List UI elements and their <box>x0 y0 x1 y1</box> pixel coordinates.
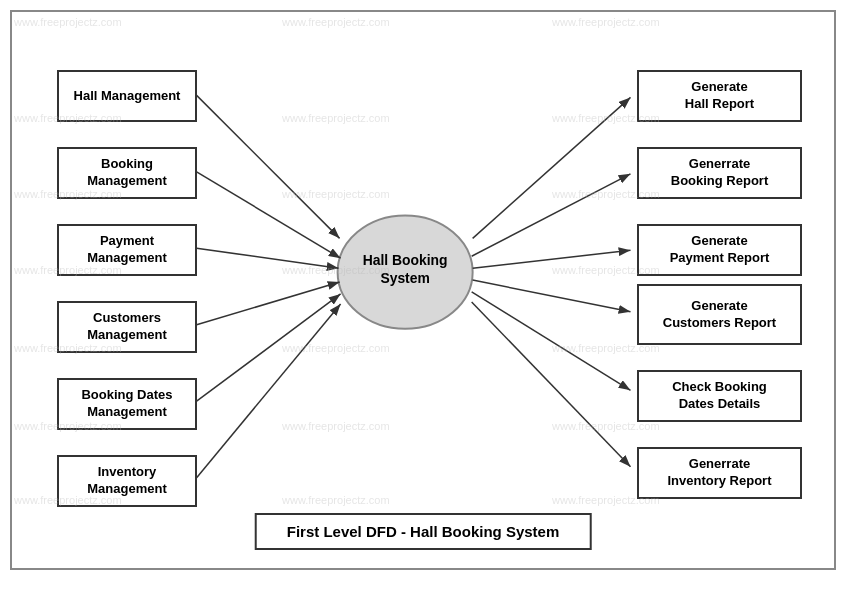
svg-line-10 <box>473 97 631 238</box>
svg-line-4 <box>197 95 340 238</box>
box-inventory-management: InventoryManagement <box>57 455 197 507</box>
box-customers-management: CustomersManagement <box>57 301 197 353</box>
svg-line-6 <box>197 248 339 268</box>
box-booking-dates-management: Booking DatesManagement <box>57 378 197 430</box>
svg-line-8 <box>197 294 341 401</box>
svg-line-9 <box>197 304 341 478</box>
svg-text:System: System <box>380 270 429 286</box>
svg-line-15 <box>472 302 631 467</box>
svg-line-7 <box>197 282 340 325</box>
box-payment-management: PaymentManagement <box>57 224 197 276</box>
box-booking-management: BookingManagement <box>57 147 197 199</box>
box-hall-management: Hall Management <box>57 70 197 122</box>
svg-text:Hall Booking: Hall Booking <box>363 252 448 268</box>
box-generate-payment-report: GeneratePayment Report <box>637 224 802 276</box>
diagram-container: www.freeprojectz.com www.freeprojectz.co… <box>10 10 836 570</box>
svg-line-11 <box>472 174 631 256</box>
box-check-booking-dates-details: Check BookingDates Details <box>637 370 802 422</box>
svg-line-5 <box>197 172 341 258</box>
diagram-title: First Level DFD - Hall Booking System <box>255 513 592 550</box>
box-generrate-booking-report: GenerrateBooking Report <box>637 147 802 199</box>
box-generrate-inventory-report: GenerrateInventory Report <box>637 447 802 499</box>
box-generate-hall-report: GenerateHall Report <box>637 70 802 122</box>
box-generate-customers-report: GenerateCustomers Report <box>637 284 802 345</box>
svg-line-12 <box>473 250 631 268</box>
